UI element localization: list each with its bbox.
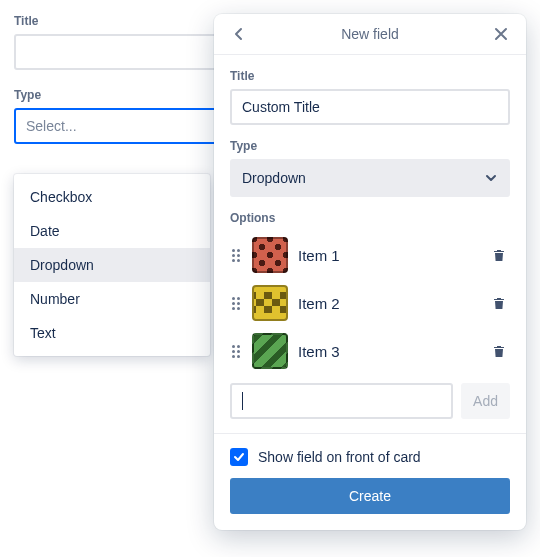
dropdown-option-date[interactable]: Date (14, 214, 210, 248)
drag-handle-icon[interactable] (230, 345, 242, 358)
new-option-input[interactable] (230, 383, 453, 419)
dropdown-option-text[interactable]: Text (14, 316, 210, 350)
delete-option-button[interactable] (488, 340, 510, 362)
trash-icon (491, 295, 507, 311)
type-select-placeholder: Select... (26, 118, 77, 134)
chevron-left-icon (231, 26, 247, 42)
add-option-row: Add (230, 383, 510, 419)
dropdown-option-dropdown[interactable]: Dropdown (14, 248, 210, 282)
option-row: Item 1 (230, 231, 510, 279)
modal-title: New field (341, 26, 399, 42)
divider (214, 433, 526, 434)
trash-icon (491, 343, 507, 359)
delete-option-button[interactable] (488, 292, 510, 314)
drag-handle-icon[interactable] (230, 297, 242, 310)
type-dropdown-menu: Checkbox Date Dropdown Number Text (14, 174, 210, 356)
close-icon (494, 27, 508, 41)
option-row: Item 3 (230, 327, 510, 375)
new-field-modal: New field Title Type Dropdown Options (214, 14, 526, 530)
option-swatch[interactable] (252, 237, 288, 273)
modal-type-label: Type (230, 139, 510, 153)
chevron-down-icon (484, 171, 498, 185)
show-on-front-row: Show field on front of card (230, 448, 510, 466)
modal-header: New field (214, 14, 526, 55)
drag-handle-icon[interactable] (230, 249, 242, 262)
show-on-front-label: Show field on front of card (258, 449, 421, 465)
modal-type-value: Dropdown (242, 170, 306, 186)
modal-title-input[interactable] (230, 89, 510, 125)
create-button[interactable]: Create (230, 478, 510, 514)
modal-title-label: Title (230, 69, 510, 83)
text-cursor (242, 392, 243, 410)
modal-body: Title Type Dropdown Options Item 1 (214, 55, 526, 530)
options-label: Options (230, 211, 510, 225)
dropdown-option-checkbox[interactable]: Checkbox (14, 180, 210, 214)
trash-icon (491, 247, 507, 263)
option-swatch[interactable] (252, 333, 288, 369)
delete-option-button[interactable] (488, 244, 510, 266)
option-row: Item 2 (230, 279, 510, 327)
add-option-button[interactable]: Add (461, 383, 510, 419)
modal-type-select[interactable]: Dropdown (230, 159, 510, 197)
dropdown-option-number[interactable]: Number (14, 282, 210, 316)
back-button[interactable] (228, 23, 250, 45)
option-label: Item 1 (298, 247, 478, 264)
option-swatch[interactable] (252, 285, 288, 321)
close-button[interactable] (490, 23, 512, 45)
show-on-front-checkbox[interactable] (230, 448, 248, 466)
option-label: Item 3 (298, 343, 478, 360)
option-label: Item 2 (298, 295, 478, 312)
check-icon (233, 451, 245, 463)
